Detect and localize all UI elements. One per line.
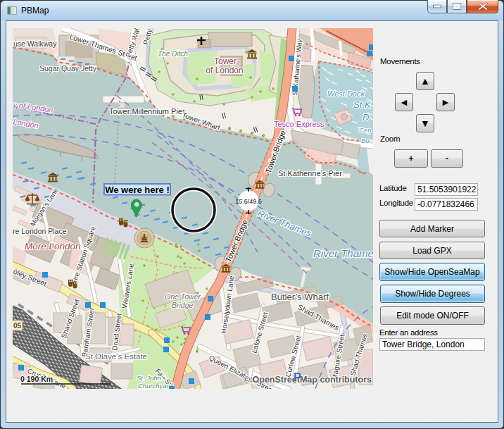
svg-text:St K: St K [353,99,372,110]
svg-text:Tower: Tower [214,56,237,66]
svg-text:D: D [363,112,369,123]
svg-text:Cen: Cen [359,126,371,134]
svg-text:05: 05 [13,322,22,330]
svg-text:St Olave’s Estate: St Olave’s Estate [85,352,147,361]
svg-text:Bridge: Bridge [172,301,194,309]
svg-text:More London: More London [25,241,81,251]
svg-text:© OpenStreetMap contributors: © OpenStreetMap contributors [244,375,372,385]
svg-text:15.6/49.6: 15.6/49.6 [235,198,262,205]
svg-text:River Thames: River Thames [313,247,373,259]
svg-text:Churchyard: Churchyard [138,382,173,389]
svg-text:use Walkway: use Walkway [13,39,57,48]
svg-text:The Ditch: The Ditch [158,50,188,58]
svg-text:One Tower: One Tower [165,292,201,301]
svg-text:St Katherine’s Pier: St Katherine’s Pier [278,169,342,178]
svg-text:Tower Millennium Pier: Tower Millennium Pier [109,107,185,116]
svg-text:0 190 Km: 0 190 Km [20,375,53,383]
svg-text:St. John’s: St. John’s [137,374,166,382]
svg-text:Tesco Express: Tesco Express [274,120,325,128]
svg-text:West Dock: West Dock [327,89,365,98]
svg-text:P: P [294,371,301,383]
svg-text:of London: of London [206,66,243,75]
svg-text:Sugar Quay Jetty: Sugar Quay Jetty [39,64,97,73]
svg-text:We were here !: We were here ! [105,185,170,195]
svg-text:re London Place: re London Place [13,227,67,235]
svg-text:Butler’s Wharf: Butler’s Wharf [271,292,329,302]
svg-text:Bo: Bo [361,137,370,144]
